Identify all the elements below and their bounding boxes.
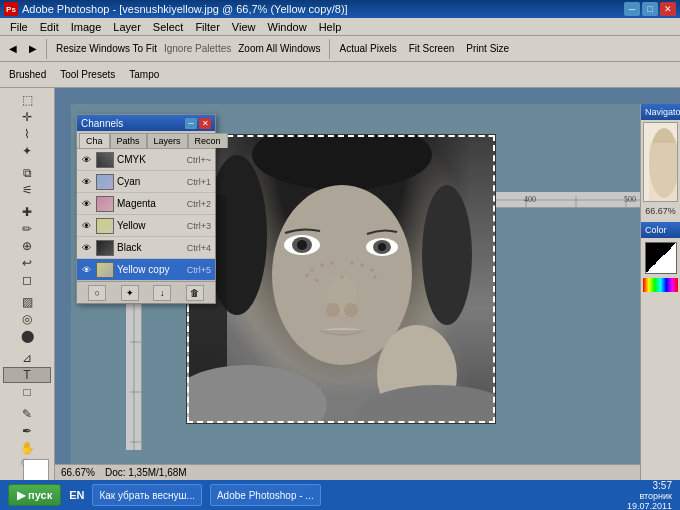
channel-shortcut-cyan: Ctrl+1 [187, 177, 211, 187]
channel-thumb-cyan [96, 174, 114, 190]
tool-path[interactable]: ⊿ [3, 350, 51, 366]
tool-marquee[interactable]: ⬚ [3, 92, 51, 108]
minimize-button[interactable]: ─ [624, 2, 640, 16]
toolbar-forward[interactable]: ▶ [24, 38, 42, 60]
channel-row-yellow-copy[interactable]: 👁 Yellow copy Ctrl+5 [77, 259, 215, 281]
delete-channel-btn[interactable]: 🗑 [186, 285, 204, 301]
channel-name-black: Black [117, 242, 184, 253]
menu-file[interactable]: File [4, 19, 34, 35]
channel-name-magenta: Magenta [117, 198, 184, 209]
start-button[interactable]: ▶ пуск [8, 484, 61, 506]
channel-row-yellow[interactable]: 👁 Yellow Ctrl+3 [77, 215, 215, 237]
brushed-btn[interactable]: Brushed [4, 64, 51, 86]
tool-history[interactable]: ↩ [3, 255, 51, 271]
tool-presets-btn[interactable]: Tool Presets [55, 64, 120, 86]
menu-edit[interactable]: Edit [34, 19, 65, 35]
tab-layers[interactable]: Layers [147, 133, 188, 148]
save-selection-btn[interactable]: ✦ [121, 285, 139, 301]
tab-channels[interactable]: Cha [79, 133, 110, 148]
panel-minimize-btn[interactable]: ─ [185, 118, 197, 129]
tool-crop[interactable]: ⧉ [3, 165, 51, 181]
channel-thumb-yellow-copy [96, 262, 114, 278]
panel-controls: ─ ✕ [185, 118, 211, 129]
panel-close-btn[interactable]: ✕ [199, 118, 211, 129]
tool-slice[interactable]: ⚟ [3, 182, 51, 198]
svg-point-43 [361, 264, 364, 267]
svg-point-38 [344, 303, 358, 317]
color-swatch[interactable] [645, 242, 677, 274]
eye-icon-yellow-copy[interactable]: 👁 [79, 263, 93, 277]
tool-clone[interactable]: ⊕ [3, 238, 51, 254]
clock-date: вторник [627, 491, 672, 501]
tool-hand[interactable]: ✋ [3, 440, 51, 456]
resize-windows-btn[interactable]: Resize Windows To Fit [51, 38, 162, 60]
navigator-panel: Navigator 66.67% Color [640, 104, 680, 480]
taskbar-item-2[interactable]: Adobe Photoshop - ... [210, 484, 321, 506]
options-bar: Brushed Tool Presets Tampo [0, 62, 680, 88]
svg-point-37 [326, 303, 340, 317]
tampo-btn[interactable]: Tampo [124, 64, 164, 86]
system-clock: 3:57 вторник 19.07.2011 [627, 480, 672, 511]
channel-row-cyan[interactable]: 👁 Cyan Ctrl+1 [77, 171, 215, 193]
clock-time: 3:57 [627, 480, 672, 491]
tool-eraser[interactable]: ◻ [3, 272, 51, 288]
taskbar-item-2-label: Adobe Photoshop - ... [217, 490, 314, 501]
eye-icon-cyan[interactable]: 👁 [79, 175, 93, 189]
navigator-zoom: 66.67% [641, 204, 680, 218]
actual-pixels-btn[interactable]: Actual Pixels [334, 38, 401, 60]
svg-rect-56 [649, 143, 677, 201]
menu-filter[interactable]: Filter [189, 19, 225, 35]
print-size-btn[interactable]: Print Size [461, 38, 514, 60]
close-button[interactable]: ✕ [660, 2, 676, 16]
menu-bar: File Edit Image Layer Select Filter View… [0, 18, 680, 36]
tool-notes[interactable]: ✎ [3, 406, 51, 422]
channel-thumb-yellow [96, 218, 114, 234]
title-bar-left: Ps Adobe Photoshop - [vesnushkiyellow.jp… [4, 2, 348, 16]
tool-text[interactable]: T [3, 367, 51, 383]
toolbar-sep-1 [46, 39, 47, 59]
channel-row-black[interactable]: 👁 Black Ctrl+4 [77, 237, 215, 259]
channel-row-cmyk[interactable]: 👁 CMYK Ctrl+~ [77, 149, 215, 171]
photo-content [187, 135, 495, 423]
tool-shape[interactable]: □ [3, 384, 51, 400]
eye-icon-black[interactable]: 👁 [79, 241, 93, 255]
svg-point-47 [374, 276, 377, 279]
eye-icon-cmyk[interactable]: 👁 [79, 153, 93, 167]
tool-healing[interactable]: ✚ [3, 204, 51, 220]
tab-paths[interactable]: Paths [110, 133, 147, 148]
tool-gradient[interactable]: ▨ [3, 294, 51, 310]
tool-brush[interactable]: ✏ [3, 221, 51, 237]
eye-icon-yellow[interactable]: 👁 [79, 219, 93, 233]
menu-layer[interactable]: Layer [107, 19, 147, 35]
channel-thumb-cmyk [96, 152, 114, 168]
zoom-all-windows-btn[interactable]: Zoom All Windows [233, 38, 325, 60]
channels-title-bar[interactable]: Channels ─ ✕ [77, 115, 215, 131]
tool-eyedropper[interactable]: ✒ [3, 423, 51, 439]
menu-select[interactable]: Select [147, 19, 190, 35]
tab-recon[interactable]: Recon [188, 133, 228, 148]
load-channel-btn[interactable]: ○ [88, 285, 106, 301]
tool-dodge[interactable]: ⬤ [3, 328, 51, 344]
channel-name-cyan: Cyan [117, 176, 184, 187]
maximize-button[interactable]: □ [642, 2, 658, 16]
new-channel-btn[interactable]: ↓ [153, 285, 171, 301]
tool-move[interactable]: ✛ [3, 109, 51, 125]
tool-magic-wand[interactable]: ✦ [3, 143, 51, 159]
menu-image[interactable]: Image [65, 19, 108, 35]
taskbar-item-1[interactable]: Как убрать веснуш... [92, 484, 202, 506]
svg-point-45 [316, 279, 319, 282]
tool-blur[interactable]: ◎ [3, 311, 51, 327]
eye-icon-magenta[interactable]: 👁 [79, 197, 93, 211]
toolbar-back[interactable]: ◀ [4, 38, 22, 60]
channel-name-cmyk: CMYK [117, 154, 183, 165]
color-gradient[interactable] [643, 278, 678, 292]
menu-help[interactable]: Help [313, 19, 348, 35]
channels-tabs: Cha Paths Layers Recon [77, 131, 215, 149]
channel-shortcut-yellow-copy: Ctrl+5 [187, 265, 211, 275]
menu-window[interactable]: Window [262, 19, 313, 35]
channel-row-magenta[interactable]: 👁 Magenta Ctrl+2 [77, 193, 215, 215]
language-indicator: EN [69, 489, 84, 501]
menu-view[interactable]: View [226, 19, 262, 35]
tool-lasso[interactable]: ⌇ [3, 126, 51, 142]
fit-screen-btn[interactable]: Fit Screen [404, 38, 460, 60]
